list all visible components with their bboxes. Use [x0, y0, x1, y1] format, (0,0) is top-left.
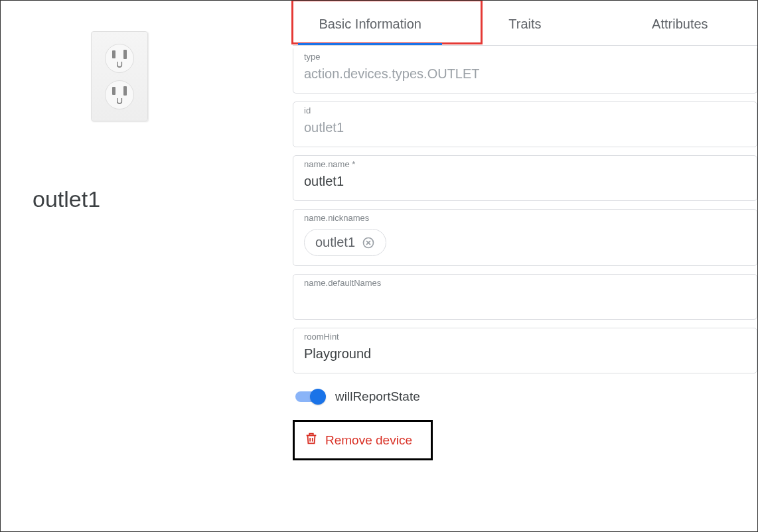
tab-attributes[interactable]: Attributes: [603, 17, 757, 45]
field-roomhint[interactable]: roomHint Playground: [293, 328, 757, 373]
device-sidebar: outlet1: [1, 1, 293, 531]
nickname-chip[interactable]: outlet1: [304, 229, 386, 256]
field-label-type: type: [304, 52, 746, 62]
field-label-roomhint: roomHint: [304, 332, 746, 342]
fields-container: type action.devices.types.OUTLET id outl…: [293, 46, 757, 460]
field-label-name-name: name.name *: [304, 159, 746, 169]
field-label-name-defaultnames: name.defaultNames: [304, 278, 746, 288]
trash-icon: [304, 431, 319, 449]
field-name-defaultnames[interactable]: name.defaultNames: [293, 274, 757, 320]
highlight-remove-device: Remove device: [293, 420, 433, 460]
willreportstate-row: willReportState: [295, 389, 757, 404]
main-panel: Basic Information Traits Attributes type…: [293, 1, 757, 531]
field-id[interactable]: id outlet1: [293, 101, 757, 147]
nickname-chip-label: outlet1: [315, 235, 355, 250]
field-value-id: outlet1: [304, 120, 746, 137]
outlet-socket-bottom: [105, 80, 134, 109]
tab-basic-information[interactable]: Basic Information: [293, 17, 447, 45]
willreportstate-label: willReportState: [335, 389, 420, 404]
field-label-name-nicknames: name.nicknames: [304, 213, 746, 223]
willreportstate-toggle[interactable]: [295, 391, 323, 402]
field-label-id: id: [304, 105, 746, 115]
device-title: outlet1: [33, 186, 279, 212]
close-icon[interactable]: [362, 236, 375, 249]
remove-device-label: Remove device: [325, 433, 412, 448]
field-value-name-name: outlet1: [304, 174, 746, 191]
field-type[interactable]: type action.devices.types.OUTLET: [293, 48, 757, 94]
remove-device-button[interactable]: Remove device: [301, 426, 415, 454]
tab-bar: Basic Information Traits Attributes: [293, 1, 757, 46]
toggle-knob: [310, 389, 326, 405]
field-value-type: action.devices.types.OUTLET: [304, 66, 746, 84]
tab-traits[interactable]: Traits: [447, 17, 602, 45]
field-name-nicknames[interactable]: name.nicknames outlet1: [293, 209, 757, 266]
field-name-name[interactable]: name.name * outlet1: [293, 155, 757, 201]
outlet-socket-top: [105, 44, 134, 73]
field-value-name-defaultnames: [304, 293, 746, 310]
outlet-icon: [91, 31, 148, 121]
field-value-roomhint: Playground: [304, 346, 746, 364]
